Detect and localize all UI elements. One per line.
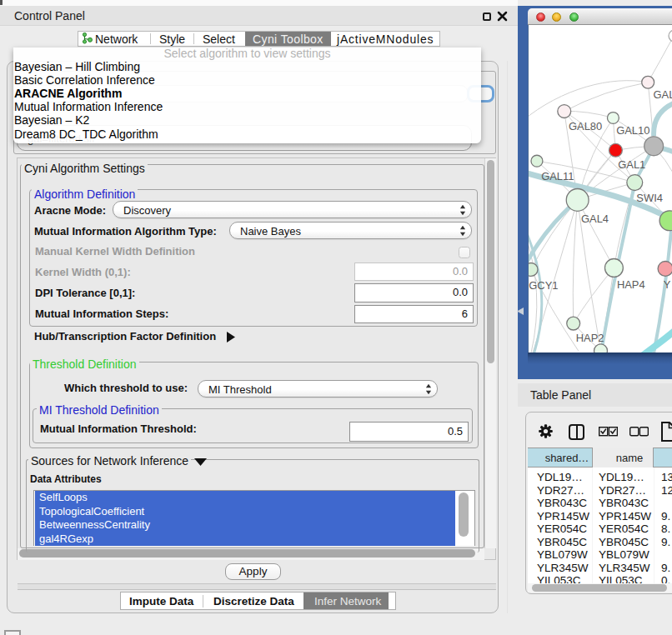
svg-text:GAL11: GAL11	[541, 170, 574, 182]
svg-text:GCY1: GCY1	[529, 279, 558, 292]
svg-text:GAL10: GAL10	[616, 124, 649, 137]
svg-text:GAL4: GAL4	[581, 212, 609, 225]
svg-text:HAP4: HAP4	[617, 278, 645, 291]
svg-text:Y: Y	[664, 278, 671, 291]
svg-text:GAL1: GAL1	[618, 158, 645, 171]
svg-text:GAL80: GAL80	[569, 120, 602, 132]
svg-text:SWI4: SWI4	[636, 192, 663, 204]
svg-text:HAP2: HAP2	[576, 332, 604, 344]
svg-text:GAL7: GAL7	[654, 88, 672, 101]
